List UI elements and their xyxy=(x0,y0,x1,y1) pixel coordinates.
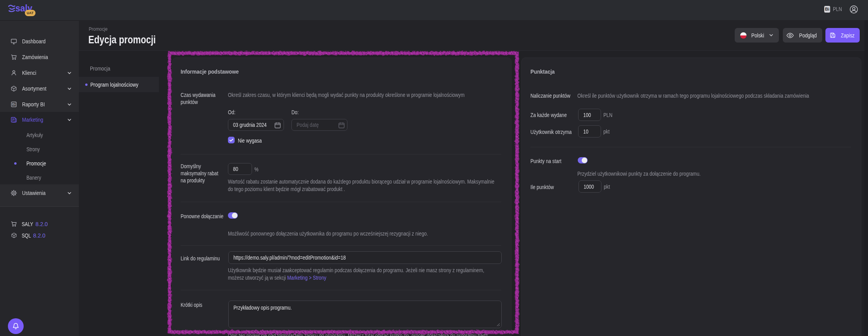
svg-text:Bi: Bi xyxy=(12,102,16,106)
